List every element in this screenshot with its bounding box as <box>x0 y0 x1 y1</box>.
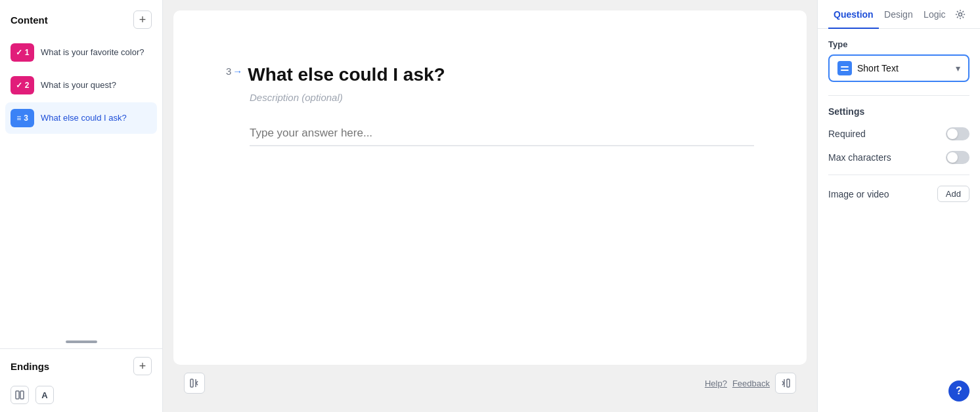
list-item[interactable]: ≡ 3 What else could I ask? <box>5 102 157 134</box>
svg-rect-4 <box>787 379 790 387</box>
question-item-text: What is your favorite color? <box>41 47 145 58</box>
bottom-bar-left <box>184 373 205 394</box>
svg-rect-2 <box>190 379 193 387</box>
add-image-video-button[interactable]: Add <box>937 186 969 202</box>
collapse-right-button[interactable] <box>775 373 796 394</box>
required-label: Required <box>828 129 866 139</box>
settings-gear-button[interactable] <box>951 5 969 24</box>
divider-2 <box>828 175 969 175</box>
text-icon[interactable]: A <box>35 386 54 404</box>
answer-input[interactable] <box>250 121 754 146</box>
right-panel-tabs: Question Design Logic <box>818 0 980 29</box>
badge-number: 3 <box>24 113 28 123</box>
bottom-icons: A <box>11 386 152 404</box>
max-characters-label: Max characters <box>828 152 891 163</box>
svg-rect-0 <box>16 391 19 399</box>
question-card-inner: 3→ What else could I ask? Description (o… <box>173 10 807 173</box>
bottom-bar: Help? Feedback <box>173 365 807 402</box>
type-selected-label: Short Text <box>857 63 899 73</box>
short-text-icon <box>837 61 852 75</box>
feedback-link[interactable]: Feedback <box>732 379 770 388</box>
badge-number: 2 <box>25 81 30 90</box>
endings-header: Endings + <box>11 357 152 375</box>
chevron-down-icon: ▾ <box>956 63 960 73</box>
bottom-bar-right: Help? Feedback <box>705 373 796 394</box>
tab-logic[interactable]: Logic <box>918 0 950 29</box>
settings-label: Settings <box>828 106 969 117</box>
collapse-left-button[interactable] <box>184 373 205 394</box>
type-dropdown-left: Short Text <box>837 61 899 75</box>
question-number: 3→ <box>226 66 242 77</box>
required-toggle[interactable] <box>946 127 969 140</box>
question-badge-3: ≡ 3 <box>11 109 34 127</box>
tab-design[interactable]: Design <box>879 0 918 29</box>
scroll-bar <box>66 340 97 343</box>
badge-number: 1 <box>25 48 30 57</box>
divider <box>828 95 969 96</box>
toggle-knob <box>947 152 958 163</box>
max-characters-setting-row: Max characters <box>828 151 969 164</box>
required-setting-row: Required <box>828 127 969 140</box>
add-ending-button[interactable]: + <box>133 357 152 375</box>
question-title: What else could I ask? <box>248 63 445 87</box>
lines-icon: ≡ <box>16 113 21 123</box>
list-item[interactable]: ✓ 2 What is your quest? <box>5 70 157 101</box>
question-list: ✓ 1 What is your favorite color? ✓ 2 Wha… <box>0 37 162 335</box>
right-panel-body: Type Short Text ▾ Settings Required Max … <box>818 29 980 412</box>
type-label: Type <box>828 39 969 49</box>
question-card: 3→ What else could I ask? Description (o… <box>173 10 807 365</box>
help-button[interactable]: ? <box>948 381 969 402</box>
endings-title: Endings <box>11 361 49 372</box>
help-link[interactable]: Help? <box>705 379 727 388</box>
question-badge-1: ✓ 1 <box>11 43 34 62</box>
question-badge-2: ✓ 2 <box>11 76 34 94</box>
question-item-text: What is your quest? <box>41 80 116 91</box>
sidebar-footer: Endings + A <box>0 348 162 412</box>
scroll-indicator <box>0 335 162 348</box>
answer-area <box>250 121 754 146</box>
arrow-icon: → <box>233 66 242 77</box>
main-content: 3→ What else could I ask? Description (o… <box>163 0 817 412</box>
sidebar: Content + ✓ 1 What is your favorite colo… <box>0 0 163 412</box>
svg-point-6 <box>959 12 962 16</box>
sidebar-header: Content + <box>0 0 162 37</box>
check-icon: ✓ <box>16 81 22 90</box>
question-header: 3→ What else could I ask? <box>226 63 754 87</box>
image-video-label: Image or video <box>828 189 889 199</box>
question-item-text: What else could I ask? <box>41 113 127 124</box>
image-video-row: Image or video Add <box>828 186 969 202</box>
check-icon: ✓ <box>16 48 22 57</box>
content-title: Content <box>11 14 48 26</box>
list-item[interactable]: ✓ 1 What is your favorite color? <box>5 37 157 68</box>
type-dropdown[interactable]: Short Text ▾ <box>828 54 969 82</box>
add-question-button[interactable]: + <box>133 10 152 29</box>
right-panel: Question Design Logic Type Short Text ▾ … <box>817 0 980 412</box>
toggle-knob <box>947 129 958 139</box>
max-characters-toggle[interactable] <box>946 151 969 164</box>
book-icon[interactable] <box>11 386 29 404</box>
svg-rect-1 <box>20 391 24 399</box>
tab-question[interactable]: Question <box>828 0 879 29</box>
question-description: Description (optional) <box>250 92 754 103</box>
